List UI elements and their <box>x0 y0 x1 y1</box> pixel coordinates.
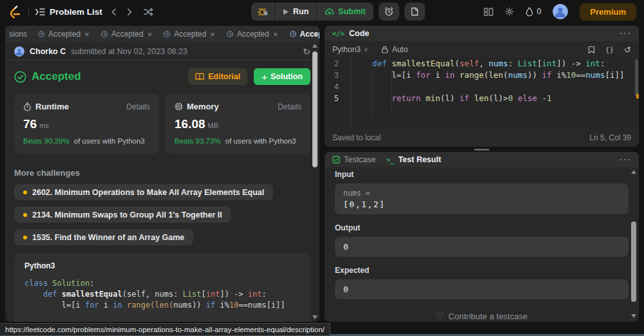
random-problem-button[interactable] <box>141 6 156 17</box>
submit-button[interactable]: Submit <box>317 3 373 21</box>
clock-icon <box>289 30 297 38</box>
reset-code-icon[interactable]: ↺ <box>624 45 631 55</box>
close-icon[interactable]: × <box>84 30 90 39</box>
check-circle-icon <box>14 71 26 83</box>
chevron-down-icon: ∨ <box>364 46 368 53</box>
premium-button[interactable]: Premium <box>580 3 636 21</box>
difficulty-dot-icon <box>23 191 27 194</box>
notes-button[interactable] <box>404 3 425 21</box>
layout-icon <box>484 8 493 16</box>
scroll-down-icon[interactable] <box>312 315 317 319</box>
scroll-down-icon[interactable] <box>631 314 636 318</box>
alarm-clock-icon <box>384 7 393 16</box>
code-tag-icon: </> <box>332 30 345 37</box>
code-panel-title: Code <box>349 29 369 38</box>
run-button[interactable]: Run <box>275 3 316 21</box>
solution-label: Solution <box>270 72 303 81</box>
prev-problem-button[interactable] <box>109 7 118 17</box>
tab-label: Accepted <box>174 30 206 39</box>
terminal-icon: >_ <box>386 156 394 163</box>
submission-panel: sions Accepted×Accepted×Accepted×Accepte… <box>5 26 319 322</box>
problem-list-button[interactable]: Problem List <box>35 7 102 17</box>
challenge-item[interactable]: 1535. Find the Winner of an Array Game <box>14 229 193 245</box>
indent-guide <box>372 70 373 116</box>
challenge-item[interactable]: 2602. Minimum Operations to Make All Arr… <box>14 184 273 200</box>
close-icon[interactable]: × <box>209 30 216 39</box>
challenges-list: 2602. Minimum Operations to Make All Arr… <box>5 178 319 245</box>
settings-button[interactable] <box>505 7 514 16</box>
challenge-item[interactable]: 2134. Minimum Swaps to Group All 1's Tog… <box>14 207 231 223</box>
tab-label: Accepted <box>300 30 319 39</box>
challenge-title: 2602. Minimum Operations to Make All Arr… <box>32 188 264 197</box>
tab-accepted[interactable]: Accepted× <box>158 30 221 39</box>
left-scrollbar-thumb[interactable] <box>312 51 317 167</box>
lock-icon <box>381 46 388 53</box>
bookmark-icon[interactable] <box>588 46 595 54</box>
tab-accepted[interactable]: Accepted× <box>32 30 95 39</box>
runtime-title: Runtime <box>35 102 69 111</box>
plus-icon: + <box>261 71 267 82</box>
flame-icon <box>526 7 533 17</box>
testcase-label: Testcase <box>344 155 375 164</box>
problem-list-label: Problem List <box>50 7 102 17</box>
book-icon <box>195 73 204 80</box>
test-scrollbar-thumb[interactable] <box>631 221 636 302</box>
test-result-panel: Testcase >_ Test Result ··· Inputnums =[… <box>325 152 639 322</box>
clock-icon <box>163 30 171 38</box>
language-select[interactable]: Python3 ∨ <box>332 45 368 54</box>
gear-icon <box>505 7 514 16</box>
tab-overflow[interactable]: sions <box>5 30 32 39</box>
tab-label: Accepted <box>111 30 144 39</box>
code-more-icon[interactable]: ··· <box>619 28 631 39</box>
clock-icon <box>100 30 108 38</box>
cursor-position[interactable]: Ln 5, Col 39 <box>589 133 631 142</box>
memory-beats-suffix: of users with Python3 <box>225 137 296 145</box>
editor-scrollbar-thumb[interactable] <box>635 59 638 97</box>
format-code-icon[interactable]: {} <box>605 46 614 54</box>
solution-button[interactable]: + Solution <box>254 68 310 85</box>
memory-title: Memory <box>187 102 219 111</box>
editorial-button[interactable]: Editorial <box>188 68 247 85</box>
testcase-section-label: Input <box>335 170 629 179</box>
line-content: def smallestEqual(self, nums: List[int])… <box>346 58 605 70</box>
difficulty-dot-icon <box>23 236 27 239</box>
scroll-up-icon[interactable] <box>631 170 636 174</box>
status-badge: Accepted <box>32 70 81 83</box>
avatar[interactable] <box>553 4 568 19</box>
timer-button[interactable] <box>379 3 399 21</box>
close-icon[interactable]: × <box>147 30 153 39</box>
testcase-value: [0,1,2] <box>343 200 620 209</box>
scroll-up-icon[interactable] <box>312 44 317 48</box>
contribute-testcase-button[interactable]: ♡ Contribute a testcase <box>335 311 629 321</box>
code-editor[interactable]: 2 def smallestEqual(self, nums: List[int… <box>325 58 639 129</box>
runtime-details-link[interactable]: Details <box>126 102 150 111</box>
auto-label: Auto <box>392 45 408 54</box>
code-line: class Solution: <box>24 278 300 289</box>
layout-switch-button[interactable] <box>484 8 493 16</box>
refresh-icon[interactable]: ↻ <box>303 46 310 57</box>
auto-toggle[interactable]: Auto <box>381 45 408 54</box>
tab-accepted[interactable]: Accepted× <box>284 30 319 39</box>
editor-line[interactable]: 2 def smallestEqual(self, nums: List[int… <box>325 58 639 70</box>
debug-button[interactable] <box>251 3 274 21</box>
panel-resize-handle[interactable] <box>474 149 489 151</box>
testcase-value-box: nums =[0,1,2] <box>335 183 629 214</box>
line-number: 3 <box>325 70 346 81</box>
cloud-upload-icon <box>325 8 334 15</box>
close-icon[interactable]: × <box>272 30 279 39</box>
tab-accepted[interactable]: Accepted× <box>95 30 158 39</box>
checkbox-icon <box>332 156 340 163</box>
tab-testcase[interactable]: Testcase <box>332 155 375 164</box>
tab-test-result[interactable]: >_ Test Result <box>386 155 441 164</box>
memory-details-link[interactable]: Details <box>278 102 301 111</box>
stats-row: Runtime Details 76 ms Beats 90.39% of us… <box>14 94 310 154</box>
runtime-value: 76 <box>23 117 37 131</box>
streak-counter[interactable]: 0 <box>526 7 541 17</box>
next-problem-button[interactable] <box>125 7 135 17</box>
leetcode-logo-icon[interactable] <box>8 5 22 19</box>
test-more-icon[interactable]: ··· <box>619 154 631 165</box>
runtime-beats: Beats 90.39% <box>23 137 70 145</box>
indent-guide <box>392 70 392 116</box>
tab-accepted[interactable]: Accepted× <box>221 30 284 39</box>
heart-icon: ♡ <box>436 311 444 321</box>
